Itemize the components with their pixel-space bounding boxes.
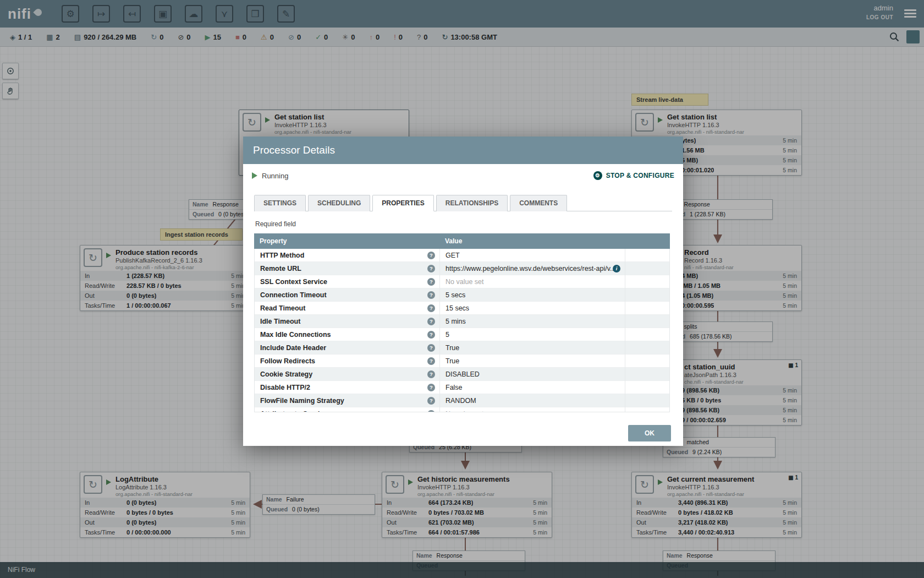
property-name: HTTP Method? (255, 249, 440, 262)
property-value[interactable]: True (440, 341, 625, 355)
property-name-text: Connection Timeout (260, 291, 327, 299)
properties-table: Property Value HTTP Method?GETRemote URL… (254, 233, 670, 412)
property-value-text: No value set (446, 278, 483, 286)
property-value[interactable]: 15 secs (440, 302, 625, 315)
help-icon[interactable]: ? (427, 318, 435, 325)
property-extra-cell (625, 368, 669, 381)
property-name-text: Disable HTTP/2 (260, 384, 310, 391)
property-extra-cell (625, 407, 669, 412)
help-icon[interactable]: ? (427, 304, 435, 312)
property-value-text: 15 secs (446, 304, 469, 312)
property-extra-cell (625, 394, 669, 407)
property-name: FlowFile Naming Strategy? (255, 394, 440, 407)
processor-details-dialog: Processor Details Running ⚙ STOP & CONFI… (243, 137, 683, 446)
stop-and-configure-button[interactable]: ⚙ STOP & CONFIGURE (593, 171, 674, 180)
tab-properties[interactable]: PROPERTIES (372, 195, 433, 211)
property-extra-cell (625, 328, 669, 341)
property-name: Idle Timeout? (255, 315, 440, 328)
property-extra-cell (625, 315, 669, 328)
property-value-text: False (446, 384, 463, 391)
property-value-text: 5 secs (446, 291, 465, 299)
property-value-text: GET (446, 252, 460, 259)
property-extra-cell (625, 262, 669, 275)
property-value-text: 5 mins (446, 318, 466, 325)
property-name: SSL Context Service? (255, 275, 440, 288)
help-icon[interactable]: ? (427, 252, 435, 259)
tab-settings[interactable]: SETTINGS (254, 195, 306, 211)
property-name-text: FlowFile Naming Strategy (260, 397, 344, 405)
help-icon[interactable]: ? (427, 278, 435, 286)
property-row: Connection Timeout?5 secs (255, 288, 669, 302)
property-name: Follow Redirects? (255, 355, 440, 368)
property-name: Max Idle Connections? (255, 328, 440, 341)
properties-table-body: HTTP Method?GETRemote URL?https://www.pe… (254, 249, 670, 412)
property-value[interactable]: 5 secs (440, 288, 625, 302)
property-value[interactable]: False (440, 381, 625, 394)
property-extra-cell (625, 355, 669, 368)
property-extra-cell (625, 341, 669, 355)
tab-scheduling[interactable]: SCHEDULING (308, 195, 370, 211)
property-name-text: HTTP Method (260, 252, 304, 259)
property-name-text: Remote URL (260, 265, 301, 272)
gear-icon: ⚙ (593, 171, 602, 180)
property-name-text: Include Date Header (260, 344, 326, 352)
help-icon[interactable]: ? (427, 331, 435, 339)
property-row: Follow Redirects?True (255, 355, 669, 368)
property-row: Include Date Header?True (255, 341, 669, 355)
property-value[interactable]: No value set (440, 407, 625, 412)
required-field-hint: Required field (255, 220, 671, 228)
dialog-title: Processor Details (243, 137, 683, 164)
property-row: FlowFile Naming Strategy?RANDOM (255, 394, 669, 407)
property-extra-cell (625, 381, 669, 394)
property-row: Max Idle Connections?5 (255, 328, 669, 341)
property-row: Remote URL?https://www.pegelonline.wsv.d… (255, 262, 669, 275)
property-extra-cell (625, 249, 669, 262)
help-icon[interactable]: ? (427, 397, 435, 405)
property-value[interactable]: GET (440, 249, 625, 262)
info-icon[interactable]: i (613, 265, 620, 272)
run-status: Running (252, 172, 288, 180)
help-icon[interactable]: ? (427, 265, 435, 272)
property-value-text: https://www.pegelonline.wsv.de/webservic… (446, 265, 615, 272)
property-name-text: Max Idle Connections (260, 331, 331, 339)
property-value-text: DISABLED (446, 370, 480, 378)
help-icon[interactable]: ? (427, 410, 435, 412)
property-name: Read Timeout? (255, 302, 440, 315)
property-row: HTTP Method?GET (255, 249, 669, 262)
tab-relationships[interactable]: RELATIONSHIPS (436, 195, 508, 211)
value-column-header: Value (439, 237, 625, 245)
help-icon[interactable]: ? (427, 291, 435, 299)
property-value[interactable]: 5 (440, 328, 625, 341)
help-icon[interactable]: ? (427, 357, 435, 365)
help-icon[interactable]: ? (427, 384, 435, 391)
property-name: Connection Timeout? (255, 288, 440, 302)
running-icon (252, 172, 257, 179)
property-value-text: True (446, 344, 459, 352)
dialog-status-row: Running ⚙ STOP & CONFIGURE (243, 164, 683, 187)
property-value[interactable]: 5 mins (440, 315, 625, 328)
property-value[interactable]: DISABLED (440, 368, 625, 381)
property-row: Attributes to Send?No value set (255, 407, 669, 412)
modal-tabs: SETTINGSSCHEDULINGPROPERTIESRELATIONSHIP… (254, 195, 672, 211)
property-value[interactable]: RANDOM (440, 394, 625, 407)
property-name: Include Date Header? (255, 341, 440, 355)
help-icon[interactable]: ? (427, 344, 435, 352)
property-row: Cookie Strategy?DISABLED (255, 368, 669, 381)
property-value-text: No value set (446, 410, 483, 412)
property-extra-cell (625, 288, 669, 302)
property-name-text: Follow Redirects (260, 357, 315, 365)
property-value[interactable]: True (440, 355, 625, 368)
property-name-text: Read Timeout (260, 304, 305, 312)
property-row: Read Timeout?15 secs (255, 302, 669, 315)
property-value[interactable]: No value set (440, 275, 625, 288)
help-icon[interactable]: ? (427, 370, 435, 378)
property-name: Remote URL? (255, 262, 440, 275)
run-status-label: Running (262, 172, 288, 180)
property-extra-cell (625, 275, 669, 288)
property-name-text: Idle Timeout (260, 318, 300, 325)
ok-button[interactable]: OK (628, 425, 671, 441)
property-name: Cookie Strategy? (255, 368, 440, 381)
property-column-header: Property (254, 237, 439, 245)
tab-comments[interactable]: COMMENTS (510, 195, 567, 211)
property-value[interactable]: https://www.pegelonline.wsv.de/webservic… (440, 262, 625, 275)
